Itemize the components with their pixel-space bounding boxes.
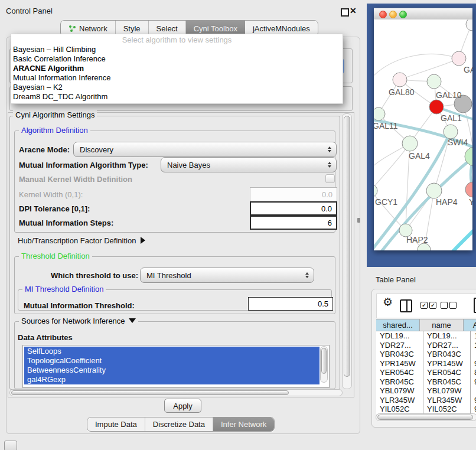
gear-icon[interactable]: ⚙ [383, 295, 393, 309]
mi-type-combo[interactable]: Naive Bayes [161, 157, 337, 172]
table-cell[interactable]: YPR145W [376, 359, 423, 369]
table-cell[interactable]: YER054C [376, 368, 423, 377]
mi-threshold-field[interactable]: 0.5 [248, 297, 333, 311]
sources-group-title[interactable]: Sources for Network Inference [19, 317, 138, 325]
table-cell[interactable]: 9. [471, 377, 476, 387]
table-row[interactable]: YBR043CYBR043C [376, 350, 476, 359]
table-cell[interactable] [471, 350, 476, 359]
table-cell[interactable]: YER054C [423, 368, 471, 377]
network-node-gal10[interactable] [427, 74, 441, 89]
hub-definition-expander[interactable]: Hub/Transcription Factor Definition [18, 236, 145, 245]
scrollbar-thumb[interactable] [344, 116, 350, 377]
network-node-hap4[interactable] [426, 183, 442, 198]
table-cell[interactable]: YLR345W [423, 396, 471, 405]
scrollbar-thumb[interactable] [377, 415, 473, 420]
close-icon[interactable]: ✕ [350, 6, 357, 15]
table-cell[interactable]: 9. [471, 359, 476, 369]
apply-button[interactable]: Apply [164, 399, 201, 413]
table-row[interactable]: YIL052CYIL052C9. [376, 405, 476, 414]
table-cell[interactable]: YIL052C [376, 405, 423, 414]
network-node[interactable] [452, 51, 466, 66]
network-node[interactable] [466, 19, 472, 31]
algorithm-option[interactable]: Dream8 DC_TDC Algorithm [11, 92, 343, 102]
float-panel-icon[interactable] [341, 8, 349, 17]
mi-steps-field[interactable]: 6 [250, 216, 337, 230]
network-node-gal1[interactable] [429, 100, 444, 114]
network-node-gal80[interactable] [393, 73, 407, 87]
table-cell[interactable]: YDR27... [376, 341, 423, 350]
table-cell[interactable]: YBR043C [423, 350, 471, 359]
network-node-gal11[interactable] [374, 107, 385, 120]
kernel-width-field[interactable]: 0.0 [250, 187, 337, 201]
network-node-gal4[interactable] [402, 136, 418, 151]
table-cell[interactable]: YDL19... [423, 331, 471, 341]
table-row[interactable]: YPR145WYPR145W9. [376, 359, 476, 369]
column-header-partial[interactable]: A [464, 319, 476, 331]
table-row[interactable]: YLR345WYLR345W9. [376, 396, 476, 405]
column-header-name[interactable]: name [420, 319, 464, 331]
minimize-traffic-light[interactable] [389, 11, 397, 18]
node-label: HAP2 [406, 235, 428, 244]
table-cell[interactable]: YDR27... [423, 341, 471, 350]
table-row[interactable]: YBL079WYBL079W [376, 386, 476, 396]
table-row[interactable]: YDR27...YDR27...12 [376, 341, 476, 350]
algorithm-option[interactable]: Basic Correlation Inference [11, 54, 343, 64]
table-row[interactable]: YDL19...YDL19...13 [376, 331, 476, 341]
table-row[interactable]: YBR045CYBR045C9. [376, 377, 476, 387]
mi-threshold-title: MI Threshold Definition [22, 285, 106, 294]
scrollbar-thumb[interactable] [321, 348, 327, 374]
table-cell[interactable]: 8. [471, 368, 476, 377]
table-horizontal-scrollbar[interactable] [376, 413, 476, 421]
panel-title: Control Panel [6, 6, 53, 15]
dpi-tolerance-field[interactable]: 0.0 [250, 201, 337, 216]
network-canvas[interactable]: GAL GAL80 GAL10 GAL1 GAL11 SWI4 GAL4 GCY… [374, 19, 472, 250]
table-row[interactable]: YER054CYER054C8. [376, 368, 476, 377]
network-node-swi4[interactable] [444, 125, 458, 139]
close-traffic-light[interactable] [379, 11, 387, 18]
function-builder-icon[interactable] [474, 298, 476, 313]
table-cell[interactable]: 12 [471, 341, 476, 350]
settings-vertical-scrollbar[interactable] [342, 113, 352, 389]
network-node[interactable] [465, 182, 472, 197]
attribute-list-item[interactable]: gal4RGexp [24, 375, 319, 384]
table-cell[interactable]: 9. [471, 396, 476, 405]
which-threshold-combo[interactable]: MI Threshold [140, 268, 314, 283]
network-node-gcy1[interactable] [374, 184, 377, 197]
table-cell[interactable]: YBR045C [423, 377, 471, 387]
algorithm-option[interactable]: Mutual Information Inference [11, 73, 343, 83]
table-cell[interactable]: YIL052C [423, 405, 471, 414]
table-cell[interactable]: YBR043C [376, 350, 423, 359]
attribute-list-item[interactable]: SelfLoops [24, 347, 319, 356]
panel-splitter-handle[interactable] [357, 218, 360, 223]
node-label: GAL [464, 65, 472, 74]
algorithm-option[interactable]: Bayesian – K2 [11, 83, 343, 92]
zoom-traffic-light[interactable] [399, 11, 407, 18]
select-all-icon[interactable]: ✓ ✓ [420, 302, 436, 309]
table-cell[interactable]: YPR145W [423, 359, 471, 369]
table-cell[interactable] [471, 386, 476, 396]
tab-impute-data[interactable]: Impute Data [87, 418, 145, 431]
column-layout-icon[interactable] [400, 299, 412, 312]
window-titlebar[interactable] [374, 8, 472, 20]
table-cell[interactable]: 9. [471, 405, 476, 414]
tab-discretize-data[interactable]: Discretize Data [145, 418, 213, 431]
column-header-shared-name[interactable]: shared... [376, 319, 420, 331]
table-cell[interactable]: YBL079W [376, 386, 423, 396]
table-cell[interactable]: YBR045C [376, 377, 423, 387]
table-cell[interactable]: YBL079W [423, 386, 471, 396]
attribute-list-item[interactable]: BetweennessCentrality [24, 366, 319, 375]
algorithm-option[interactable]: ARACNE Algorithm [11, 64, 343, 73]
settings-horizontal-scrollbar[interactable] [9, 389, 343, 396]
attribute-list-scrollbar[interactable] [320, 346, 328, 383]
table-cell[interactable]: YDL19... [376, 331, 423, 341]
attribute-list-item[interactable]: TopologicalCoefficient [24, 356, 319, 366]
collapsed-panel-icon[interactable] [4, 441, 17, 450]
aracne-mode-combo[interactable]: Discovery [73, 142, 337, 157]
table-cell[interactable]: YLR345W [376, 396, 423, 405]
tab-infer-network[interactable]: Infer Network [213, 418, 274, 431]
scrollbar-thumb[interactable] [11, 390, 289, 395]
deselect-all-icon[interactable] [441, 302, 457, 309]
manual-kernel-checkbox[interactable] [325, 174, 335, 183]
algorithm-option[interactable]: Bayesian – Hill Climbing [11, 45, 343, 54]
table-cell[interactable]: 13 [471, 331, 476, 341]
